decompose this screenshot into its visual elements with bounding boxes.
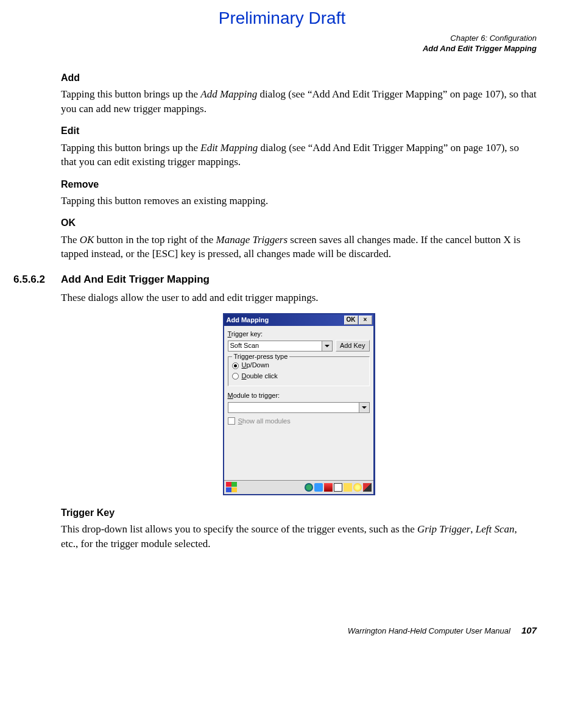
radio-label: Double click [242, 372, 278, 381]
paragraph-remove: Tapping this button removes an existing … [61, 194, 537, 208]
radio-label: Up/Down [242, 361, 269, 370]
pen-icon[interactable] [363, 483, 372, 492]
paragraph-intro: These dialogs allow the user to add and … [61, 291, 537, 305]
folder-icon[interactable] [344, 483, 352, 492]
radio-double-click[interactable] [232, 373, 239, 380]
section-line: Add And Edit Trigger Mapping [27, 44, 537, 54]
label-text: odule to trigger: [233, 392, 280, 399]
section-number: 6.5.6.2 [13, 272, 61, 287]
text: The [61, 234, 80, 246]
module-label: Module to trigger: [228, 391, 370, 400]
page-number: 107 [521, 625, 537, 635]
label-text: rigger key: [231, 330, 263, 337]
heading-trigger-key: Trigger Key [61, 506, 537, 520]
text-italic: Manage Triggers [216, 234, 288, 246]
draft-watermark: Preliminary Draft [27, 6, 537, 30]
text-italic: Left Scan [476, 523, 515, 535]
start-button[interactable] [226, 482, 238, 493]
chevron-down-icon [359, 403, 369, 412]
paragraph-add: Tapping this button brings up the Add Ma… [61, 87, 537, 116]
network-icon[interactable] [314, 483, 323, 492]
text: button in the top right of the [94, 234, 216, 246]
paragraph-ok: The OK button in the top right of the Ma… [61, 233, 537, 261]
text-italic: Grip Trigger [417, 523, 470, 535]
battery-icon[interactable] [324, 483, 333, 492]
heading-edit: Edit [61, 124, 537, 138]
trigger-press-type-group: Trigger-press type Up/Down Double click [228, 356, 370, 386]
heading-ok: OK [61, 216, 537, 230]
mnemonic: M [228, 392, 233, 399]
card-icon[interactable] [334, 483, 342, 492]
text-italic: OK [80, 234, 94, 246]
text-italic: Edit Mapping [200, 142, 258, 154]
taskbar [224, 480, 373, 494]
close-button[interactable]: × [359, 316, 372, 325]
dropdown-value: Soft Scan [230, 341, 259, 350]
add-key-button[interactable]: Add Key [336, 340, 370, 352]
paragraph-trigger-key: This drop-down list allows you to specif… [61, 522, 537, 551]
section-title: Add And Edit Trigger Mapping [61, 272, 210, 287]
light-icon[interactable] [353, 483, 362, 492]
label-text: how all modules [242, 417, 291, 425]
heading-remove: Remove [61, 178, 537, 191]
chevron-down-icon [322, 341, 332, 351]
text-italic: Add Mapping [200, 88, 257, 100]
label-text: p/Down [246, 361, 269, 369]
dialog-figure: Add Mapping OK × Trigger key: Soft Scan … [61, 313, 537, 495]
header-chapter-info: Chapter 6: Configuration Add And Edit Tr… [27, 34, 537, 54]
show-all-checkbox[interactable] [228, 417, 235, 425]
globe-icon[interactable] [305, 483, 313, 492]
text: Tapping this button brings up the [61, 142, 200, 154]
group-legend: Trigger-press type [232, 352, 290, 361]
trigger-key-label: Trigger key: [228, 330, 370, 339]
chapter-line: Chapter 6: Configuration [27, 34, 537, 44]
system-tray [305, 483, 372, 492]
text: , [470, 523, 476, 535]
dialog-titlebar: Add Mapping OK × [224, 314, 373, 326]
page-footer: Warrington Hand-Held Computer User Manua… [27, 624, 537, 637]
trigger-key-dropdown[interactable]: Soft Scan [228, 341, 333, 352]
paragraph-edit: Tapping this button brings up the Edit M… [61, 141, 537, 169]
mnemonic: S [238, 417, 242, 425]
text: This drop-down list allows you to specif… [61, 523, 417, 535]
label-text: ouble click [246, 372, 277, 380]
text: Tapping this button brings up the [61, 88, 200, 100]
module-dropdown[interactable] [228, 402, 370, 413]
add-mapping-dialog: Add Mapping OK × Trigger key: Soft Scan … [223, 313, 375, 495]
checkbox-label: Show all modules [238, 417, 291, 426]
dialog-title: Add Mapping [227, 316, 344, 325]
ok-button[interactable]: OK [344, 316, 358, 325]
footer-manual-name: Warrington Hand-Held Computer User Manua… [348, 626, 510, 635]
radio-up-down[interactable] [232, 362, 239, 369]
heading-add: Add [61, 71, 537, 85]
